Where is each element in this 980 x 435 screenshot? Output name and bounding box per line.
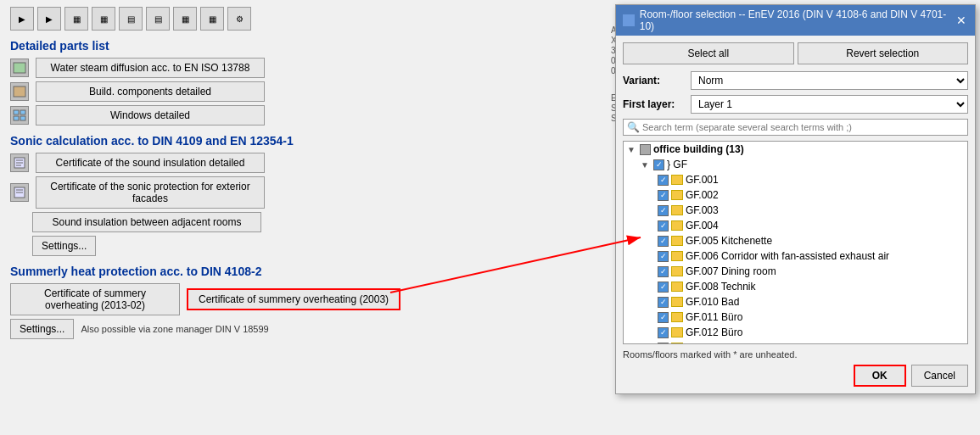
tree-item-gf002[interactable]: ✓ GF.002 <box>624 187 967 203</box>
gf003-label: GF.003 <box>686 204 719 216</box>
gf004-label: GF.004 <box>686 220 719 231</box>
tree-item-gf003[interactable]: ✓ GF.003 <box>624 203 967 218</box>
variant-select[interactable]: Norm <box>691 71 968 90</box>
tree-item-gf012[interactable]: ✓ GF.012 Büro <box>624 325 967 340</box>
build-components-icon <box>10 82 29 101</box>
variant-label: Variant: <box>623 75 691 86</box>
root-checkbox[interactable] <box>640 144 651 155</box>
gf002-checkbox[interactable]: ✓ <box>658 190 669 201</box>
btn-water-steam[interactable]: Water steam diffusion acc. to EN ISO 137… <box>36 58 265 78</box>
water-steam-icon <box>10 59 29 77</box>
summerly-settings-row: Settings... Also possible via zone manag… <box>10 319 601 339</box>
gf006-room-icon <box>671 251 683 261</box>
sound-adj-row: Sound insulation between adjacent rooms <box>32 212 601 232</box>
ok-button[interactable]: OK <box>854 365 906 387</box>
toolbar-icon-2[interactable]: ▶ <box>37 7 61 31</box>
svg-rect-1 <box>14 86 25 97</box>
gf011-room-icon <box>671 312 683 322</box>
gf013-label: GF.013 WC <box>686 342 738 344</box>
gf010-room-icon <box>671 297 683 307</box>
dialog-title-icon <box>623 14 635 26</box>
section-detailed-title: Detailed parts list <box>10 39 601 53</box>
btn-cert-sound[interactable]: Certificate of the sound insulation deta… <box>36 153 265 173</box>
gf004-room-icon <box>671 220 683 231</box>
gf003-checkbox[interactable]: ✓ <box>658 205 669 216</box>
toolbar-icon-8[interactable]: ▦ <box>200 7 224 31</box>
summerly-buttons-row: Certificate of summery overheating (2013… <box>10 283 601 315</box>
gf002-room-icon <box>671 190 683 200</box>
root-label: office building (13) <box>653 143 744 155</box>
cert-sound-icon <box>10 153 29 172</box>
tree-item-gf001[interactable]: ✓ GF.001 <box>624 172 967 187</box>
toolbar-icon-9[interactable]: ⚙ <box>227 7 251 31</box>
toolbar-icon-1[interactable]: ▶ <box>10 7 34 31</box>
btn-cert-sonic[interactable]: Certificate of the sonic protection for … <box>36 176 265 209</box>
also-possible-text: Also possible via zone manager DIN V 185… <box>81 324 268 334</box>
toolbar-icon-4[interactable]: ▦ <box>92 7 115 31</box>
cancel-button[interactable]: Cancel <box>911 365 968 387</box>
btn-cert-summer-2003[interactable]: Certificate of summery overheating (2003… <box>187 288 400 310</box>
dialog-close-button[interactable]: ✕ <box>955 14 968 27</box>
toolbar-icon-3[interactable]: ▦ <box>64 7 88 31</box>
cert-sonic-row: Certificate of the sonic protection for … <box>10 176 601 209</box>
gf-checkbox[interactable]: ✓ <box>653 159 664 170</box>
tree-item-gf005[interactable]: ✓ GF.005 Kitchenette <box>624 233 967 248</box>
btn-cert-summer-2013[interactable]: Certificate of summery overheating (2013… <box>10 283 180 315</box>
footer-note: Rooms/floors marked with * are unheated. <box>623 349 968 360</box>
gf006-checkbox[interactable]: ✓ <box>658 251 669 262</box>
root-expand-arrow: ▼ <box>627 145 637 154</box>
gf007-checkbox[interactable]: ✓ <box>658 266 669 277</box>
tree-item-gf006[interactable]: ✓ GF.006 Corridor with fan-assisted exha… <box>624 248 967 264</box>
gf008-checkbox[interactable]: ✓ <box>658 282 669 293</box>
windows-detailed-row: Windows detailed <box>10 105 601 125</box>
gf001-label: GF.001 <box>686 174 719 186</box>
select-all-button[interactable]: Select all <box>623 42 794 64</box>
search-row: 🔍 <box>623 119 968 136</box>
settings-sonic-row: Settings... <box>32 236 601 256</box>
first-layer-select[interactable]: Layer 1 <box>691 95 968 114</box>
gf013-checkbox[interactable]: ✓ <box>658 343 669 345</box>
dialog-title: Room-/floor selection -- EnEV 2016 (DIN … <box>640 8 955 32</box>
tree-item-gf008[interactable]: ✓ GF.008 Technik <box>624 279 967 294</box>
gf005-label: GF.005 Kitchenette <box>686 235 772 247</box>
btn-build-components[interactable]: Build. components detailed <box>36 81 265 102</box>
btn-settings-summerly[interactable]: Settings... <box>10 319 74 339</box>
gf012-checkbox[interactable]: ✓ <box>658 327 669 338</box>
svg-rect-3 <box>20 110 25 114</box>
variant-row: Variant: Norm <box>623 71 968 90</box>
tree-root[interactable]: ▼ office building (13) <box>624 142 967 157</box>
room-tree: ▼ office building (13) ▼ ✓ } GF ✓ GF.001… <box>623 141 968 344</box>
gf011-checkbox[interactable]: ✓ <box>658 312 669 323</box>
tree-item-gf011[interactable]: ✓ GF.011 Büro <box>624 310 967 325</box>
svg-rect-2 <box>14 110 19 114</box>
toolbar: ▶ ▶ ▦ ▦ ▤ ▤ ▦ ▦ ⚙ <box>10 7 601 31</box>
btn-sound-adjacent[interactable]: Sound insulation between adjacent rooms <box>32 212 261 232</box>
gf001-checkbox[interactable]: ✓ <box>658 175 669 186</box>
gf004-checkbox[interactable]: ✓ <box>658 220 669 231</box>
gf012-room-icon <box>671 327 683 337</box>
search-input[interactable] <box>623 119 968 136</box>
gf010-checkbox[interactable]: ✓ <box>658 297 669 308</box>
gf007-label: GF.007 Dining room <box>686 265 776 277</box>
toolbar-icon-6[interactable]: ▤ <box>146 7 170 31</box>
toolbar-icon-5[interactable]: ▤ <box>119 7 143 31</box>
svg-rect-0 <box>14 63 25 73</box>
tree-item-gf010[interactable]: ✓ GF.010 Bad <box>624 294 967 310</box>
gf013-room-icon <box>671 343 683 344</box>
tree-item-gf004[interactable]: ✓ GF.004 <box>624 218 967 233</box>
section-summerly-title: Summerly heat protection acc. to DIN 410… <box>10 265 601 278</box>
tree-item-gf013[interactable]: ✓ GF.013 WC <box>624 340 967 344</box>
gf005-checkbox[interactable]: ✓ <box>658 236 669 247</box>
water-steam-row: Water steam diffusion acc. to EN ISO 137… <box>10 58 601 78</box>
tree-item-gf[interactable]: ▼ ✓ } GF <box>624 157 967 172</box>
btn-windows-detailed[interactable]: Windows detailed <box>36 105 265 125</box>
gf008-label: GF.008 Technik <box>686 281 756 293</box>
gf003-room-icon <box>671 205 683 215</box>
toolbar-icon-7[interactable]: ▦ <box>173 7 197 31</box>
dialog-title-bar: Room-/floor selection -- EnEV 2016 (DIN … <box>616 5 975 36</box>
revert-selection-button[interactable]: Revert selection <box>798 42 969 64</box>
first-layer-label: First layer: <box>623 98 691 110</box>
gf010-label: GF.010 Bad <box>686 296 739 308</box>
btn-settings-sonic[interactable]: Settings... <box>32 236 96 256</box>
tree-item-gf007[interactable]: ✓ GF.007 Dining room <box>624 264 967 279</box>
